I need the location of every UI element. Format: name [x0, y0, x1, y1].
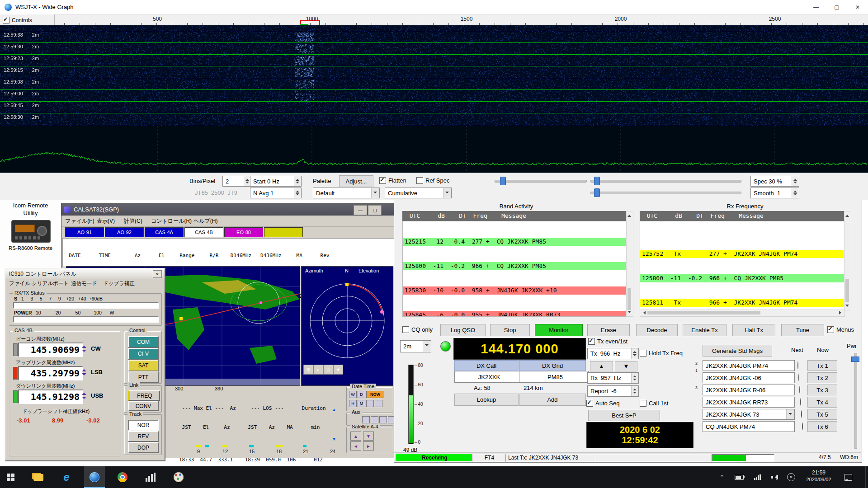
scrollbar-thumb[interactable]: [845, 279, 849, 302]
dx-grid-input[interactable]: PM85: [519, 371, 589, 383]
generate-std-msgs-button[interactable]: Generate Std Msgs: [703, 345, 772, 357]
slider-handle[interactable]: [594, 177, 600, 185]
enable-tx-button[interactable]: Enable Tx: [683, 324, 726, 336]
calsat-maximize-button[interactable]: ▢: [368, 205, 382, 215]
sat-button-extra[interactable]: [264, 227, 303, 237]
dt-blank-button-1[interactable]: [366, 400, 374, 407]
waterfall-gain-slider[interactable]: [495, 176, 587, 186]
dt-week-button[interactable]: W: [349, 391, 357, 398]
ic910-menu-file[interactable]: ファイル: [9, 280, 30, 287]
dt-blank-button-2[interactable]: [375, 400, 382, 407]
beacon-spinner-icon[interactable]: [81, 343, 88, 355]
ic910-menu-serial[interactable]: シリアルポート: [32, 280, 69, 287]
tx6-now-button[interactable]: Tx 6: [807, 421, 837, 432]
network-icon[interactable]: [750, 466, 765, 488]
file-explorer-button[interactable]: [28, 466, 49, 488]
controls-checkbox[interactable]: Controls: [3, 17, 32, 23]
checkbox-checked-icon[interactable]: [827, 326, 834, 333]
checkbox-icon[interactable]: [402, 326, 409, 333]
rx-freq-marker[interactable]: [300, 24, 308, 25]
scroll-up-icon[interactable]: [845, 213, 849, 217]
frequency-display[interactable]: 144.170 000: [453, 338, 586, 360]
tx1-message-input[interactable]: JK2XXK JN4JGK PM74: [703, 360, 795, 371]
bins-pixel-spinner[interactable]: 2: [222, 176, 251, 187]
ref-spec-checkbox[interactable]: Ref Spec: [416, 177, 449, 184]
conv-link-button[interactable]: CONV: [128, 401, 159, 411]
spectrum-gain-slider[interactable]: [590, 188, 741, 197]
checkbox-checked-icon[interactable]: [3, 17, 9, 23]
maximize-button[interactable]: ▢: [826, 0, 847, 14]
band-select[interactable]: 2m: [400, 340, 431, 352]
decode-button[interactable]: Decode: [636, 324, 678, 336]
ic910-menu-doppler[interactable]: ドップラ補正: [103, 280, 135, 287]
dx-call-input[interactable]: JK2XXK: [454, 371, 521, 383]
waterfall[interactable]: 12:59:382m 12:59:302m 12:59:232m 12:59:1…: [0, 25, 868, 126]
spinner-arrows-icon[interactable]: [294, 188, 301, 198]
checkbox-checked-icon[interactable]: [379, 177, 386, 184]
sat-button-eo88[interactable]: EO-88: [224, 227, 263, 237]
cq-only-checkbox[interactable]: CQ only: [402, 326, 433, 333]
stop-button[interactable]: Stop: [490, 324, 530, 336]
rx-frequency-scrollbar[interactable]: [844, 211, 851, 310]
tx6-next-radio-selected[interactable]: [802, 422, 803, 430]
band-activity-scrollbar[interactable]: [626, 211, 633, 317]
spinner-arrows-icon[interactable]: [631, 386, 638, 396]
auto-seq-checkbox[interactable]: Auto Seq: [586, 400, 620, 407]
pwr-slider[interactable]: [853, 353, 857, 448]
sat-button-ao91[interactable]: AO-91: [65, 227, 104, 237]
tx6-message-input[interactable]: CQ JN4JGK PM74: [703, 421, 795, 432]
start-freq-spinner[interactable]: Start 0 Hz: [250, 176, 302, 187]
checkbox-icon[interactable]: [640, 400, 646, 407]
wide-graph-titlebar[interactable]: WSJT-X - Wide Graph — ▢ ✕: [0, 0, 868, 15]
scroll-right-icon[interactable]: [839, 311, 843, 314]
sat-up-arrow-button[interactable]: ▲: [350, 432, 361, 441]
minimize-button[interactable]: —: [806, 0, 826, 14]
calsat-menu-view[interactable]: 表示(V): [97, 217, 115, 225]
downlink-frequency-display[interactable]: 145.91298: [18, 389, 83, 404]
action-center-button[interactable]: [839, 466, 857, 488]
waterfall-zero-slider[interactable]: [590, 176, 741, 186]
decode-row[interactable]: 125830 -10 -0.0 958 + JN4JGK JK2XXK +10: [403, 286, 627, 295]
dt-now-button[interactable]: NOW: [366, 391, 384, 398]
tx5-now-button[interactable]: Tx 5: [807, 409, 837, 420]
spectrum-plot[interactable]: [0, 126, 868, 173]
checkbox-icon[interactable]: [416, 177, 423, 184]
log-qso-button[interactable]: Log QSO: [440, 324, 486, 336]
spinner-arrows-icon[interactable]: [294, 176, 301, 186]
notification-x-icon[interactable]: ✕: [784, 466, 798, 488]
erase-button[interactable]: Erase: [587, 324, 630, 336]
track-nor-button[interactable]: NOR: [128, 420, 159, 431]
battery-icon[interactable]: [731, 466, 747, 488]
decode-row[interactable]: 125800 -11 -0.2 966 + CQ JK2XXK PM85: [403, 262, 627, 270]
internet-explorer-button[interactable]: e: [56, 466, 77, 488]
hold-tx-checkbox[interactable]: Hold Tx Freq: [640, 350, 683, 357]
decode-row[interactable]: 125800 -11 -0.2 966 + CQ JK2XXK PM85: [640, 274, 844, 282]
adjust-button[interactable]: Adjust...: [339, 175, 373, 187]
downlink-spinner-icon[interactable]: [81, 389, 88, 402]
paint-app-button[interactable]: [168, 466, 189, 488]
call-1st-checkbox[interactable]: Call 1st: [640, 400, 668, 407]
calsat-tool-icon-3[interactable]: ☺: [323, 365, 333, 375]
dt-minute-button[interactable]: M: [358, 400, 365, 407]
tx-even-checkbox[interactable]: Tx even/1st: [588, 338, 627, 345]
calsat-tool-icon-1[interactable]: ⊕: [303, 365, 313, 375]
calsat-titlebar[interactable]: CALSAT32(SGP) — ▢: [61, 204, 397, 216]
pass-scroll-down-icon[interactable]: ▼: [332, 436, 336, 441]
freq-link-button[interactable]: FREQ: [128, 390, 160, 401]
frequency-ruler[interactable]: 500 1000 1500 2000 2500: [0, 14, 868, 26]
tx1-now-button[interactable]: Tx 1: [807, 360, 837, 371]
pass-scroll-up-icon[interactable]: ▲: [332, 407, 336, 412]
tx3-message-input[interactable]: JK2XXK JN4JGK R-06: [703, 385, 795, 395]
tx3-next-radio[interactable]: [799, 386, 800, 394]
tx1-next-radio[interactable]: [797, 361, 798, 369]
sat-right-arrow-button[interactable]: ►: [363, 441, 374, 450]
tx2-now-button[interactable]: Tx 2: [807, 372, 837, 383]
close-button[interactable]: ✕: [847, 0, 868, 14]
ic910-close-button[interactable]: ✕: [153, 270, 162, 278]
sat-button-cas4b[interactable]: CAS-4B: [184, 227, 223, 237]
pwr-slider-handle[interactable]: [851, 357, 859, 362]
spinner-arrows-icon[interactable]: [631, 348, 638, 359]
wsjtx-app-button[interactable]: [140, 466, 161, 488]
palette-select[interactable]: Default: [313, 188, 380, 198]
spectrum-type-select[interactable]: Cumulative: [385, 188, 452, 198]
